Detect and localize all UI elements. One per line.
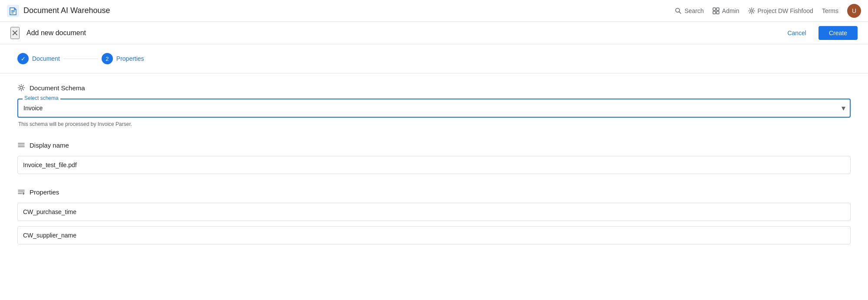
property-field-2[interactable]	[17, 226, 851, 244]
admin-nav-item[interactable]: Admin	[713, 7, 739, 14]
step-connector	[63, 59, 98, 59]
svg-line-5	[679, 11, 681, 13]
document-schema-title: Document Schema	[30, 84, 85, 92]
stepper: ✓ Document 2 Properties	[0, 44, 868, 73]
admin-nav-label: Admin	[722, 7, 739, 14]
gear-section-icon	[17, 84, 25, 92]
top-nav: Document AI Warehouse Search Admin P	[0, 0, 868, 22]
step-1-circle: ✓	[17, 53, 29, 64]
svg-point-10	[750, 10, 752, 12]
properties-section: Properties	[17, 188, 851, 250]
avatar[interactable]: U	[847, 4, 861, 18]
step-2[interactable]: 2 Properties	[102, 53, 144, 64]
logo-icon	[7, 5, 19, 17]
step-1[interactable]: ✓ Document	[17, 53, 60, 64]
terms-nav-label: Terms	[822, 7, 838, 14]
search-icon	[675, 7, 682, 14]
schema-hint: This schema will be processed by Invoice…	[17, 121, 851, 127]
display-name-header: Display name	[17, 141, 851, 149]
sub-header: ✕ Add new document Cancel Create	[0, 22, 868, 44]
menu-section-icon	[17, 141, 25, 149]
document-schema-section: Document Schema Select schema Invoice ▾ …	[17, 84, 851, 127]
properties-header: Properties	[17, 188, 851, 196]
svg-rect-8	[713, 11, 716, 14]
project-nav-label: Project DW Fishfood	[758, 7, 813, 14]
gear-icon	[748, 7, 755, 14]
svg-rect-6	[713, 8, 716, 10]
nav-actions: Search Admin Project DW Fishfood Terms U	[675, 4, 861, 18]
svg-point-11	[20, 86, 23, 89]
svg-rect-7	[716, 8, 719, 10]
terms-nav-item[interactable]: Terms	[822, 7, 838, 14]
header-actions: Cancel Create	[780, 26, 858, 40]
page-title: Add new document	[26, 29, 773, 37]
create-button[interactable]: Create	[818, 26, 858, 40]
display-name-section: Display name	[17, 141, 851, 174]
schema-select-label: Select schema	[23, 95, 60, 101]
project-nav-item[interactable]: Project DW Fishfood	[748, 7, 813, 14]
step-2-circle: 2	[102, 53, 113, 64]
properties-section-icon	[17, 188, 25, 196]
step-1-label: Document	[32, 55, 60, 62]
properties-title: Properties	[30, 188, 59, 196]
close-button[interactable]: ✕	[10, 27, 20, 39]
schema-select[interactable]: Invoice	[17, 99, 851, 118]
search-nav-label: Search	[684, 7, 703, 14]
schema-select-wrapper: Select schema Invoice ▾	[17, 99, 851, 118]
main-content: Document Schema Select schema Invoice ▾ …	[0, 73, 868, 274]
admin-icon	[713, 7, 719, 14]
display-name-input[interactable]	[17, 156, 851, 174]
search-nav-item[interactable]: Search	[675, 7, 703, 14]
display-name-title: Display name	[30, 142, 69, 149]
property-field-1[interactable]	[17, 203, 851, 221]
step-2-label: Properties	[116, 55, 144, 62]
cancel-button[interactable]: Cancel	[780, 26, 813, 40]
svg-rect-9	[716, 11, 719, 14]
app-title: Document AI Warehouse	[23, 6, 110, 15]
document-schema-header: Document Schema	[17, 84, 851, 92]
app-logo[interactable]: Document AI Warehouse	[7, 5, 110, 17]
